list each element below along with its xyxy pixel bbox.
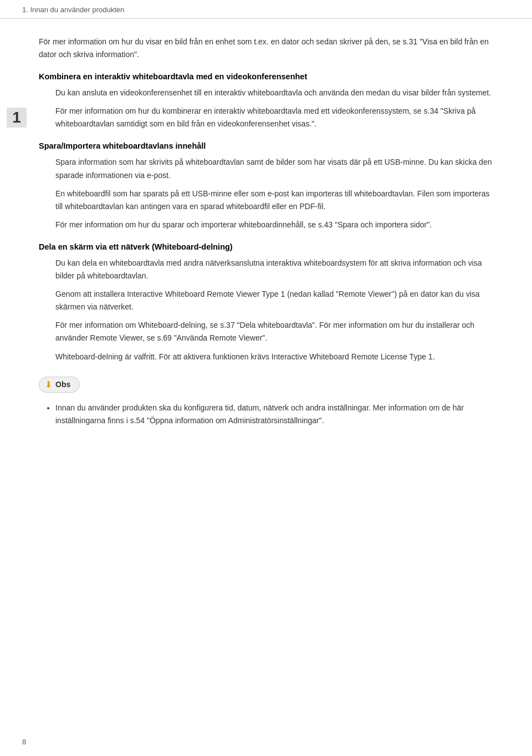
breadcrumb: 1. Innan du använder produkten <box>22 6 124 14</box>
intro-paragraph: För mer information om hur du visar en b… <box>39 35 493 61</box>
section1-block: Du kan ansluta en videokonferensenhet ti… <box>39 87 493 130</box>
section2-heading: Spara/Importera whiteboardtavlans innehå… <box>39 141 493 150</box>
section1-para2: För mer information om hur du kombinerar… <box>55 105 493 130</box>
obs-bullet-item-1: Innan du använder produkten ska du konfi… <box>55 402 493 427</box>
section2-para2: En whiteboardfil som har sparats på ett … <box>55 187 493 213</box>
section1-heading: Kombinera en interaktiv whiteboardtavla … <box>39 72 493 81</box>
section2-para1: Spara information som har skrivits på wh… <box>55 156 493 181</box>
section3-para4: Whiteboard-delning är valfritt. För att … <box>55 351 493 363</box>
section1-para1: Du kan ansluta en videokonferensenhet ti… <box>55 87 493 99</box>
section3-heading: Dela en skärm via ett nätverk (Whiteboar… <box>39 242 493 251</box>
obs-bullet-list: Innan du använder produkten ska du konfi… <box>39 402 493 427</box>
section2-block: Spara information som har skrivits på wh… <box>39 156 493 231</box>
section3-para2: Genom att installera Interactive Whitebo… <box>55 288 493 313</box>
section2-para3: För mer information om hur du sparar och… <box>55 219 493 231</box>
sidebar: 1 <box>0 19 33 740</box>
main-content: För mer information om hur du visar en b… <box>33 19 521 740</box>
section3-para3: För mer information om Whiteboard-delnin… <box>55 319 493 344</box>
page-header: 1. Innan du använder produkten <box>0 0 532 19</box>
section3-para1: Du kan dela en whiteboardtavla med andra… <box>55 257 493 282</box>
chapter-number: 1 <box>7 108 27 128</box>
page-number: 8 <box>22 738 26 746</box>
obs-box: ⬇ Obs <box>39 377 80 393</box>
obs-label: Obs <box>55 380 70 389</box>
obs-icon: ⬇ <box>45 379 52 390</box>
page-layout: 1 För mer information om hur du visar en… <box>0 19 532 740</box>
section3-block: Du kan dela en whiteboardtavla med andra… <box>39 257 493 363</box>
